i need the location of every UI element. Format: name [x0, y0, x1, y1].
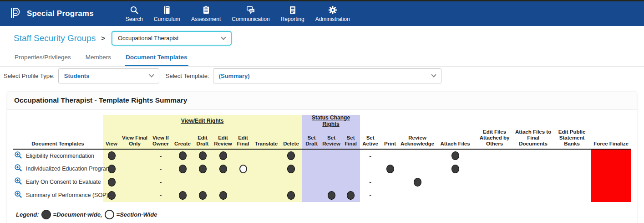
document-wide-icon	[219, 191, 227, 200]
column-header-view-final-only: View Final Only	[120, 129, 149, 149]
cell-attach-files	[435, 189, 475, 202]
brand-title: Special Programs	[27, 9, 94, 18]
cell-attach-files-to-final-documents	[514, 176, 553, 189]
tab-properties-privileges[interactable]: Properties/Privileges	[14, 50, 72, 66]
cell-view-if-owner: -	[149, 162, 172, 176]
column-header-edit-final: Edit Final	[234, 129, 252, 149]
row-label: Eligibility Recommendation	[26, 153, 94, 159]
nav-item-label: Assessment	[191, 16, 221, 22]
cell-translate	[252, 189, 280, 202]
chat-bubbles-icon	[246, 5, 255, 15]
nav-item-label: Curriculum	[154, 16, 180, 22]
table-row: Individualized Education Program-	[13, 162, 631, 176]
column-header-edit-draft: Edit Draft	[193, 129, 212, 149]
no-right-dash: -	[369, 192, 371, 199]
column-header-view: View	[103, 129, 120, 149]
panel-header: Occupational Therapist - Template Rights…	[7, 92, 637, 109]
cell-set-review	[321, 149, 341, 162]
document-wide-icon	[451, 151, 459, 160]
cell-attach-files	[435, 162, 475, 176]
breadcrumb-root-link[interactable]: Staff Security Groups	[14, 33, 96, 43]
cell-edit-files-attached-by-others	[475, 162, 514, 176]
document-wide-icon	[199, 151, 207, 160]
document-wide-icon	[108, 191, 116, 200]
document-wide-icon	[179, 151, 187, 160]
cell-view	[103, 149, 120, 162]
cell-edit-draft	[193, 162, 212, 176]
cell-create	[172, 189, 193, 202]
cell-review-acknowledge	[400, 176, 435, 189]
panel-body: View/Edit RightsStatus Change RightsDocu…	[7, 109, 637, 223]
tab-members[interactable]: Members	[85, 50, 112, 66]
column-header-set-active: Set Active	[360, 129, 380, 149]
nav-items: Search Curriculum	[120, 3, 355, 24]
cell-edit-review	[212, 162, 234, 176]
cell-edit-public-statement-banks	[553, 162, 591, 176]
document-wide-icon	[179, 165, 187, 173]
cell-print	[380, 176, 400, 189]
group-row-spacer	[13, 115, 103, 129]
cell-attach-files-to-final-documents	[514, 162, 553, 176]
document-wide-icon	[347, 191, 355, 200]
nav-item-assessment[interactable]: Assessment	[186, 3, 226, 24]
nav-item-search[interactable]: Search	[120, 3, 148, 24]
cell-set-draft	[302, 162, 321, 176]
document-wide-icon	[108, 151, 116, 160]
profile-type-select-value: Students	[64, 73, 90, 79]
column-header-set-review: Set Review	[321, 129, 341, 149]
nav-item-curriculum[interactable]: Curriculum	[148, 3, 186, 24]
cell-set-active: -	[360, 149, 380, 162]
cell-review-acknowledge	[400, 162, 435, 176]
document-wide-icon	[414, 178, 421, 187]
security-group-select-value: Occupational Therapist	[118, 35, 178, 41]
column-header-view-if-owner: View If Owner	[149, 129, 172, 149]
report-icon	[288, 5, 297, 15]
document-wide-icon	[108, 165, 116, 173]
book-icon	[162, 5, 172, 15]
cell-edit-final	[234, 149, 252, 162]
column-header-create: Create	[172, 129, 193, 149]
nav-item-communication[interactable]: Communication	[226, 3, 275, 24]
cell-view-final-only	[120, 189, 149, 202]
zoom-document-icon[interactable]	[14, 190, 22, 200]
zoom-document-icon[interactable]	[14, 177, 22, 187]
column-header-force-finalize: Force Finalize	[591, 129, 631, 149]
cell-attach-files-to-final-documents	[514, 149, 553, 162]
column-header-document-templates: Document Templates	[13, 129, 103, 149]
cell-set-active: -	[360, 189, 380, 202]
clipboard-icon	[202, 5, 211, 15]
chevron-down-icon	[221, 35, 226, 40]
cell-set-final	[341, 176, 360, 189]
template-label: Select Template:	[166, 73, 209, 79]
profile-type-select[interactable]: Students	[58, 68, 159, 83]
legend-section-wide-icon	[105, 210, 114, 219]
filter-bar: Select Profile Type: Students Select Tem…	[0, 67, 644, 85]
cell-delete	[280, 176, 302, 189]
cell-set-review	[321, 162, 341, 176]
column-header-print: Print	[380, 129, 400, 149]
cell-view-final-only	[120, 149, 149, 162]
table-row: Eligibility Recommendation--	[13, 149, 631, 162]
cell-edit-review	[212, 189, 234, 202]
tab-document-templates[interactable]: Document Templates	[125, 50, 188, 66]
row-label-cell: Early On Consent to Evaluate	[13, 176, 103, 189]
nav-item-reporting[interactable]: Reporting	[275, 3, 310, 24]
zoom-document-icon[interactable]	[14, 164, 22, 174]
cell-edit-draft	[193, 189, 212, 202]
security-group-select[interactable]: Occupational Therapist	[112, 31, 232, 46]
breadcrumb: Staff Security Groups > Occupational The…	[0, 26, 644, 50]
cell-edit-public-statement-banks	[553, 176, 591, 189]
nav-item-administration[interactable]: Administration	[310, 3, 355, 24]
tab-bar: Properties/Privileges Members Document T…	[0, 50, 644, 67]
rights-table: View/Edit RightsStatus Change RightsDocu…	[13, 115, 631, 202]
document-wide-icon	[219, 151, 227, 160]
no-right-dash: -	[160, 178, 162, 186]
column-header-set-draft: Set Draft	[302, 129, 321, 149]
document-wide-icon	[219, 165, 227, 173]
legend-document-wide-label: =Document-wide,	[53, 211, 102, 218]
template-rights-summary-panel: Occupational Therapist - Template Rights…	[7, 92, 637, 223]
column-header-translate: Translate	[252, 129, 280, 149]
zoom-document-icon[interactable]	[14, 151, 22, 161]
template-select[interactable]: (Summary)	[213, 68, 441, 83]
cell-set-draft	[302, 149, 321, 162]
